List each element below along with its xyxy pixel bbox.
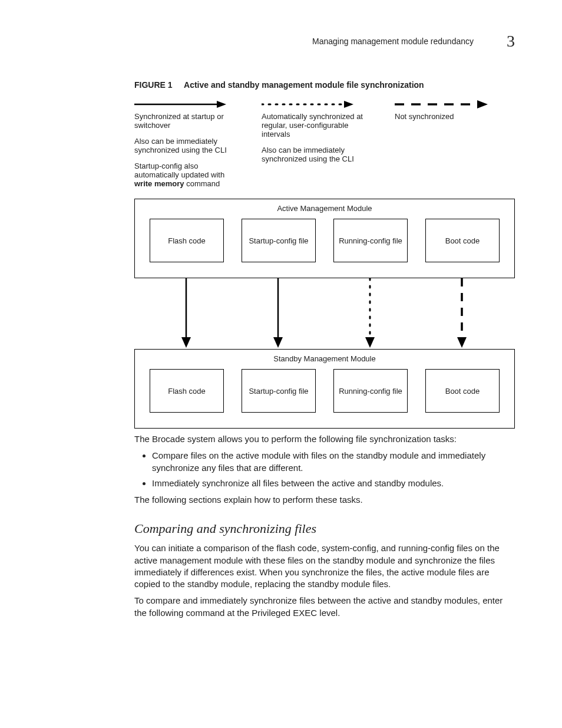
bullet-list: Compare files on the active module with … — [134, 450, 515, 489]
module-title: Active Management Module — [135, 199, 514, 218]
module-title: Standby Management Module — [135, 350, 514, 368]
legend-col-nosync: Not synchronized — [395, 100, 489, 188]
box-startup-config: Startup-config file — [242, 219, 316, 262]
legend-text: Startup-config also automatically update… — [134, 162, 240, 188]
body-text: To compare and immediately synchronize f… — [134, 595, 515, 619]
box-startup-config: Startup-config file — [242, 369, 316, 413]
figure-caption: FIGURE 1 Active and standby management m… — [134, 80, 515, 90]
list-item: Immediately synchronize all files betwee… — [152, 477, 515, 489]
standby-module: Standby Management Module Flash code Sta… — [134, 349, 515, 429]
svg-marker-1 — [217, 101, 226, 108]
arrow-solid-icon — [273, 278, 283, 348]
legend-text: Not synchronized — [395, 112, 489, 121]
svg-marker-11 — [365, 337, 375, 348]
page-header: Managing management module redundancy 3 — [47, 32, 515, 51]
list-item: Compare files on the active module with … — [152, 450, 515, 474]
svg-marker-7 — [181, 337, 191, 348]
svg-marker-5 — [477, 100, 488, 108]
box-running-config: Running-config file — [333, 219, 408, 262]
arrow-dashed-icon — [395, 100, 489, 108]
body-text: The Brocade system allows you to perform… — [134, 433, 515, 445]
figure-title: Active and standby management module fil… — [184, 80, 424, 90]
section-heading: Comparing and synchronizing files — [134, 521, 515, 536]
legend-text: Automatically synchronized at regular, u… — [262, 112, 373, 139]
arrow-dashed-icon — [457, 278, 467, 348]
legend-col-sync-startup: Synchronized at startup or switchover Al… — [134, 100, 240, 188]
legend-text: Also can be immediately synchronized usi… — [262, 146, 373, 163]
arrow-solid-icon — [181, 278, 191, 348]
figure-label: FIGURE 1 — [134, 80, 173, 90]
box-flash-code: Flash code — [150, 369, 224, 413]
arrow-dotted-icon — [365, 278, 375, 348]
svg-marker-9 — [273, 337, 283, 348]
svg-marker-13 — [457, 337, 467, 348]
body-text: The following sections explain how to pe… — [134, 494, 515, 506]
running-header: Managing management module redundancy — [312, 37, 474, 46]
box-boot-code: Boot code — [425, 219, 500, 262]
legend-col-auto: Automatically synchronized at regular, u… — [262, 100, 373, 188]
box-running-config: Running-config file — [333, 369, 408, 413]
svg-marker-3 — [344, 101, 353, 108]
legend-text: Synchronized at startup or switchover — [134, 112, 240, 130]
sync-arrows — [134, 278, 515, 349]
legend-text: Also can be immediately synchronized usi… — [134, 137, 240, 154]
arrow-dotted-icon — [262, 100, 356, 108]
legend: Synchronized at startup or switchover Al… — [134, 100, 515, 188]
active-module: Active Management Module Flash code Star… — [134, 199, 515, 278]
body-text: You can initiate a comparison of the fla… — [134, 542, 515, 590]
box-boot-code: Boot code — [425, 369, 500, 413]
box-flash-code: Flash code — [150, 219, 224, 262]
chapter-number: 3 — [507, 32, 515, 51]
arrow-solid-icon — [134, 100, 229, 108]
